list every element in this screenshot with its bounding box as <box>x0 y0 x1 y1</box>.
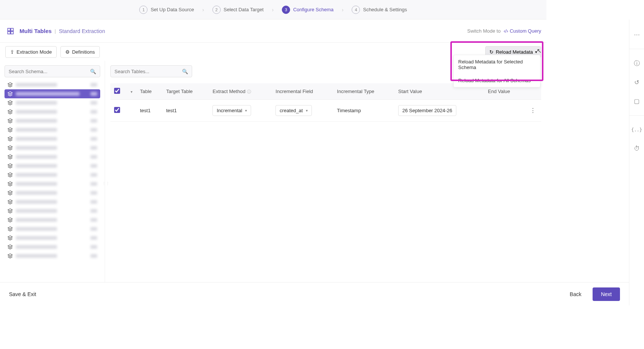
schema-count <box>90 218 97 222</box>
svg-rect-1 <box>11 28 14 31</box>
chevron-down-icon[interactable]: ▾ <box>131 90 132 94</box>
schema-item[interactable] <box>5 242 100 251</box>
schema-item[interactable] <box>5 188 100 197</box>
schema-name <box>16 164 57 168</box>
schema-item[interactable] <box>5 125 100 134</box>
col-inc-type[interactable]: Incremental Type <box>333 83 394 100</box>
more-icon[interactable]: ⋯ <box>632 30 641 39</box>
save-exit-link[interactable]: Save & Exit <box>9 291 36 297</box>
reload-selected-schema-option[interactable]: Reload Metadata for Selected Schema <box>454 55 540 74</box>
schema-item[interactable] <box>5 215 100 224</box>
next-button[interactable]: Next <box>593 287 620 301</box>
svg-marker-7 <box>8 110 12 112</box>
schema-name <box>16 254 57 258</box>
incremental-field-select[interactable]: created_at ▾ <box>275 105 311 116</box>
svg-marker-13 <box>8 164 12 166</box>
refresh-icon: ↻ <box>489 49 494 55</box>
search-icon: 🔍 <box>182 69 188 74</box>
schema-count <box>90 119 97 123</box>
schema-item[interactable] <box>5 161 100 170</box>
monitor-icon[interactable]: ▢ <box>632 96 641 105</box>
schema-sidebar: 🔍 <box>0 61 105 305</box>
schema-item[interactable] <box>5 134 100 143</box>
col-target[interactable]: Target Table <box>163 83 209 100</box>
history-icon[interactable]: ↺ <box>632 78 641 87</box>
step-number: 2 <box>212 6 221 14</box>
footer: Save & Exit Back Next <box>0 282 629 305</box>
schema-count <box>90 245 97 249</box>
step-3[interactable]: 3 Configure Schema <box>282 6 334 14</box>
back-button[interactable]: Back <box>563 287 588 301</box>
content-area: 🔍 ⋮⋮ 🔍 ▾ Table Target Table Extract Meth… <box>0 61 546 305</box>
schema-item[interactable] <box>5 251 100 260</box>
col-inc-field[interactable]: Incremental Field <box>272 83 333 100</box>
schema-count <box>90 137 97 141</box>
schema-item[interactable] <box>5 179 100 188</box>
schema-count <box>90 209 97 213</box>
schema-count <box>90 236 97 240</box>
schema-item[interactable] <box>5 107 100 116</box>
sidebar-resize-handle[interactable]: ⋮⋮ <box>104 179 107 187</box>
page-subtitle: Standard Extraction <box>59 28 105 34</box>
schema-item[interactable] <box>5 152 100 161</box>
schema-item[interactable] <box>5 89 100 98</box>
schema-count <box>90 182 97 186</box>
schema-search[interactable]: 🔍 <box>5 65 100 77</box>
svg-marker-4 <box>8 83 12 85</box>
extraction-mode-button[interactable]: ⇪ Extraction Mode <box>5 46 57 58</box>
schema-count <box>90 92 97 96</box>
extract-method-select[interactable]: Incremental ▾ <box>212 105 251 116</box>
schema-item[interactable] <box>5 143 100 152</box>
svg-marker-20 <box>8 227 12 229</box>
info-icon[interactable]: ⓘ <box>632 59 641 68</box>
svg-marker-21 <box>8 236 12 238</box>
step-label: Schedule & Settings <box>363 7 407 12</box>
right-rail: ⋯ ⓘ ↺ ▢ {..} ⏱ <box>629 20 644 305</box>
title-separator: | <box>55 28 56 34</box>
schema-item[interactable] <box>5 98 100 107</box>
svg-marker-6 <box>8 101 12 103</box>
schema-name <box>16 173 57 177</box>
alert-icon[interactable]: ⏱ <box>632 144 641 153</box>
info-icon[interactable]: ⓘ <box>247 89 251 94</box>
svg-marker-14 <box>8 173 12 175</box>
schema-count <box>90 254 97 258</box>
reload-all-schemas-option[interactable]: Reload Metadata for All Schemas <box>454 74 540 87</box>
json-icon[interactable]: {..} <box>632 125 641 134</box>
schema-item[interactable] <box>5 170 100 179</box>
cursor-icon: ↖ <box>537 47 542 54</box>
svg-rect-2 <box>8 31 11 34</box>
schema-name <box>16 110 57 114</box>
search-icon: 🔍 <box>90 69 96 74</box>
svg-marker-15 <box>8 182 12 184</box>
svg-marker-11 <box>8 146 12 148</box>
table-search[interactable]: 🔍 <box>110 65 192 77</box>
step-1[interactable]: 1 Set Up Data Source <box>139 6 194 14</box>
table-search-input[interactable] <box>114 69 179 74</box>
step-2[interactable]: 2 Select Data Target <box>212 6 264 14</box>
schema-item[interactable] <box>5 224 100 233</box>
custom-query-text: Custom Query <box>510 28 541 34</box>
schema-name <box>16 137 57 141</box>
col-table[interactable]: Table <box>136 83 163 100</box>
start-value-input[interactable]: 26 September 2024-26 <box>398 105 456 116</box>
schema-search-input[interactable] <box>9 69 87 74</box>
schema-item[interactable] <box>5 206 100 215</box>
schema-item[interactable] <box>5 116 100 125</box>
chevron-down-icon: ▾ <box>306 108 308 113</box>
schema-item[interactable] <box>5 197 100 206</box>
chevron-right-icon: › <box>342 7 344 13</box>
col-extract[interactable]: Extract Methodⓘ <box>209 83 272 100</box>
schema-name <box>16 227 57 231</box>
row-checkbox[interactable] <box>114 107 120 113</box>
schema-count <box>90 83 97 87</box>
schema-item[interactable] <box>5 80 100 89</box>
row-menu-icon[interactable]: ⋮ <box>528 106 537 115</box>
definitions-button[interactable]: ⚙ Definitions <box>60 46 100 58</box>
schema-count <box>90 191 97 195</box>
schema-name <box>16 128 57 132</box>
select-all-checkbox[interactable] <box>114 88 120 94</box>
custom-query-link[interactable]: ‹/› Custom Query <box>504 28 541 34</box>
schema-item[interactable] <box>5 233 100 242</box>
step-4[interactable]: 4 Schedule & Settings <box>352 6 407 14</box>
